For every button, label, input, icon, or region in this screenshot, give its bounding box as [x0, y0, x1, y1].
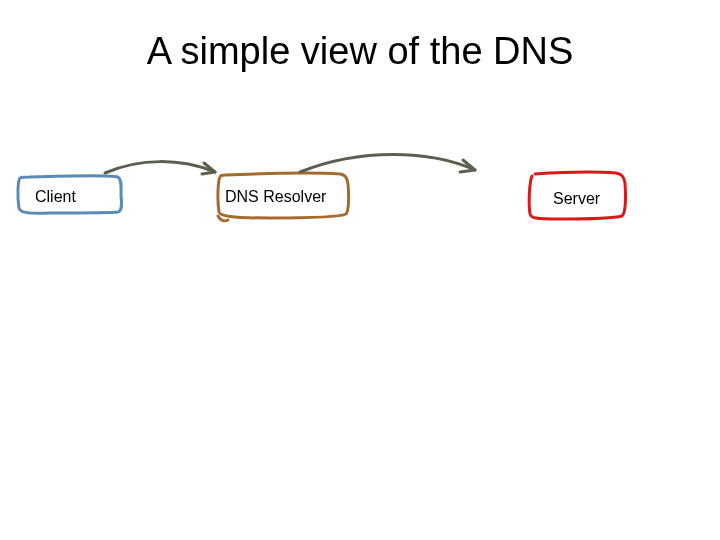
arrow-resolver-server: [300, 155, 475, 173]
resolver-label: DNS Resolver: [225, 188, 326, 206]
arrow-client-resolver: [105, 162, 215, 173]
client-label: Client: [35, 188, 76, 206]
dns-diagram: [0, 0, 720, 540]
server-label: Server: [553, 190, 600, 208]
